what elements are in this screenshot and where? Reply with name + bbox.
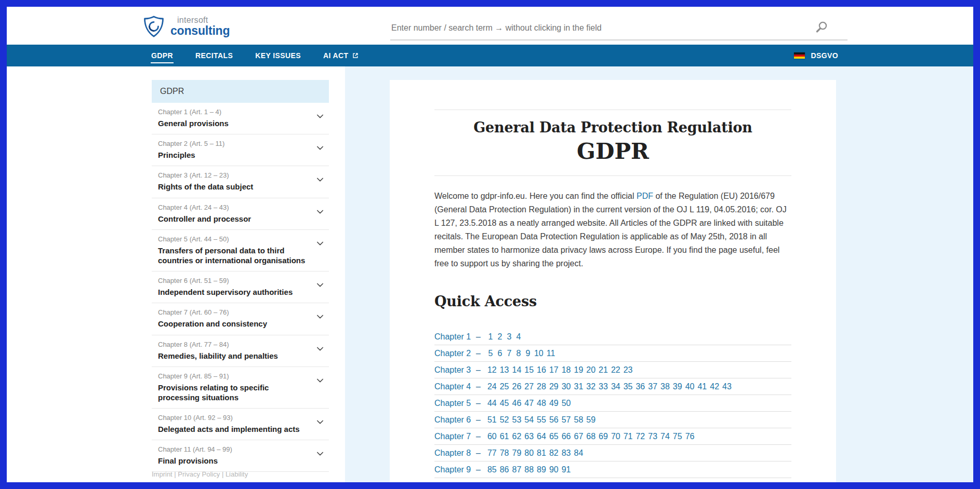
chapter-link[interactable]: Chapter 6 [434, 415, 476, 425]
sidebar-chapter-item[interactable]: Chapter 5 (Art. 44 – 50) Transfers of pe… [152, 230, 329, 271]
article-link[interactable]: 73 [648, 432, 657, 441]
article-link[interactable]: 91 [562, 465, 571, 474]
footer-link-imprint[interactable]: Imprint [152, 470, 173, 478]
article-link[interactable]: 17 [549, 365, 559, 375]
article-link[interactable]: 75 [673, 432, 682, 441]
article-link[interactable]: 71 [624, 432, 633, 441]
article-link[interactable]: 9 [525, 349, 531, 358]
article-link[interactable]: 48 [537, 399, 546, 408]
article-link[interactable]: 2 [497, 332, 503, 342]
nav-item-gdpr[interactable]: GDPR [151, 45, 174, 66]
article-link[interactable]: 76 [685, 432, 695, 441]
article-link[interactable]: 44 [487, 399, 497, 408]
article-link[interactable]: 27 [524, 382, 534, 391]
article-link[interactable]: 57 [562, 415, 571, 425]
nav-item-key-issues[interactable]: KEY ISSUES [255, 45, 301, 66]
article-link[interactable]: 54 [524, 415, 534, 425]
chapter-link[interactable]: Chapter 2 [434, 349, 476, 358]
chapter-link[interactable]: Chapter 1 [434, 332, 476, 342]
chapter-link[interactable]: Chapter 9 [434, 465, 476, 474]
chevron-down-icon[interactable] [316, 207, 324, 216]
chapter-link[interactable]: Chapter 8 [434, 449, 476, 458]
chevron-down-icon[interactable] [316, 280, 324, 290]
article-link[interactable]: 29 [549, 382, 559, 391]
chevron-down-icon[interactable] [316, 417, 324, 427]
article-link[interactable]: 81 [537, 449, 546, 458]
article-link[interactable]: 38 [660, 382, 670, 391]
article-link[interactable]: 74 [660, 432, 670, 441]
article-link[interactable]: 23 [624, 365, 633, 375]
article-link[interactable]: 32 [586, 382, 595, 391]
article-link[interactable]: 89 [537, 465, 546, 474]
sidebar-chapter-item[interactable]: Chapter 7 (Art. 60 – 76) Cooperation and… [152, 303, 329, 335]
sidebar-chapter-item[interactable]: Chapter 11 (Art. 94 – 99) Final provisio… [152, 440, 329, 472]
article-link[interactable]: 85 [487, 465, 497, 474]
article-link[interactable]: 4 [515, 332, 522, 342]
article-link[interactable]: 33 [599, 382, 608, 391]
article-link[interactable]: 49 [549, 399, 559, 408]
article-link[interactable]: 20 [586, 365, 595, 375]
sidebar-chapter-item[interactable]: Chapter 9 (Art. 85 – 91) Provisions rela… [152, 367, 329, 409]
article-link[interactable]: 83 [562, 449, 571, 458]
article-link[interactable]: 62 [512, 432, 522, 441]
chevron-down-icon[interactable] [316, 312, 324, 321]
language-switch-dsgvo[interactable]: DSGVO [794, 45, 838, 66]
article-link[interactable]: 10 [534, 349, 544, 358]
intersoft-consulting-logo[interactable]: intersoft consulting [142, 15, 230, 38]
article-link[interactable]: 42 [710, 382, 719, 391]
article-link[interactable]: 39 [673, 382, 682, 391]
article-link[interactable]: 87 [512, 465, 522, 474]
article-link[interactable]: 21 [599, 365, 608, 375]
sidebar-chapter-item[interactable]: Chapter 1 (Art. 1 – 4) General provision… [152, 103, 329, 134]
article-link[interactable]: 64 [537, 432, 546, 441]
article-link[interactable]: 34 [611, 382, 620, 391]
article-link[interactable]: 3 [506, 332, 512, 342]
article-link[interactable]: 15 [524, 365, 534, 375]
article-link[interactable]: 30 [562, 382, 571, 391]
chevron-down-icon[interactable] [316, 175, 324, 184]
sidebar-chapter-item[interactable]: Chapter 2 (Art. 5 – 11) Principles [152, 134, 329, 166]
article-link[interactable]: 82 [549, 449, 559, 458]
chevron-down-icon[interactable] [316, 112, 324, 121]
article-link[interactable]: 79 [512, 449, 522, 458]
article-link[interactable]: 80 [524, 449, 534, 458]
article-link[interactable]: 52 [500, 415, 509, 425]
article-link[interactable]: 8 [515, 349, 522, 358]
article-link[interactable]: 67 [574, 432, 583, 441]
article-link[interactable]: 59 [586, 415, 595, 425]
pdf-link[interactable]: PDF [637, 192, 653, 200]
article-link[interactable]: 69 [599, 432, 608, 441]
search-icon[interactable] [815, 21, 829, 34]
article-link[interactable]: 78 [500, 449, 509, 458]
article-link[interactable]: 84 [574, 449, 583, 458]
article-link[interactable]: 56 [549, 415, 559, 425]
article-link[interactable]: 14 [512, 365, 522, 375]
nav-item-recitals[interactable]: RECITALS [195, 45, 233, 66]
article-link[interactable]: 35 [624, 382, 633, 391]
sidebar-chapter-item[interactable]: Chapter 3 (Art. 12 – 23) Rights of the d… [152, 166, 329, 198]
article-link[interactable]: 58 [574, 415, 583, 425]
chevron-down-icon[interactable] [316, 143, 324, 153]
article-link[interactable]: 37 [648, 382, 657, 391]
article-link[interactable]: 24 [487, 382, 497, 391]
sidebar-chapter-item[interactable]: Chapter 8 (Art. 77 – 84) Remedies, liabi… [152, 335, 329, 367]
chapter-link[interactable]: Chapter 4 [434, 382, 476, 391]
article-link[interactable]: 41 [697, 382, 707, 391]
article-link[interactable]: 26 [512, 382, 522, 391]
article-link[interactable]: 36 [635, 382, 645, 391]
sidebar-chapter-item[interactable]: Chapter 10 (Art. 92 – 93) Delegated acts… [152, 409, 329, 440]
footer-link-liability[interactable]: Liability [226, 470, 248, 478]
chapter-link[interactable]: Chapter 5 [434, 399, 476, 408]
article-link[interactable]: 65 [549, 432, 559, 441]
article-link[interactable]: 28 [537, 382, 546, 391]
article-link[interactable]: 55 [537, 415, 546, 425]
article-link[interactable]: 5 [487, 349, 494, 358]
article-link[interactable]: 51 [487, 415, 497, 425]
chevron-down-icon[interactable] [316, 449, 324, 458]
article-link[interactable]: 16 [537, 365, 546, 375]
article-link[interactable]: 88 [524, 465, 534, 474]
sidebar-chapter-item[interactable]: Chapter 6 (Art. 51 – 59) Independent sup… [152, 271, 329, 303]
chevron-down-icon[interactable] [316, 376, 324, 385]
article-link[interactable]: 47 [524, 399, 534, 408]
article-link[interactable]: 66 [562, 432, 571, 441]
